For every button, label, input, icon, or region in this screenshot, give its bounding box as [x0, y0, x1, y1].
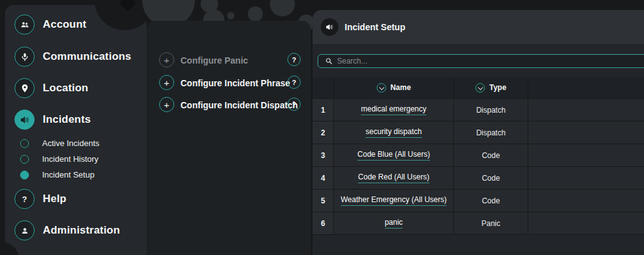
table-cell-name: Code Blue (All Users) — [334, 144, 454, 167]
sidebar-item-label: Location — [43, 82, 88, 94]
table-cell-type: Code — [454, 190, 528, 212]
decorative-circle — [248, 6, 263, 21]
search-icon — [325, 57, 333, 65]
sidebar-item-location[interactable]: Location — [5, 77, 147, 99]
table-cell-extra — [528, 167, 644, 190]
column-header-label: Type — [489, 83, 506, 92]
sidebar-item-label: Help — [43, 193, 67, 205]
sidebar-subitem-active-incidents[interactable]: Active Incidents — [5, 135, 147, 151]
row-number: 5 — [313, 190, 334, 212]
megaphone-icon — [14, 110, 35, 130]
add-incident-dispatch-button[interactable]: + — [159, 97, 174, 112]
person-icon — [14, 220, 35, 241]
row-number: 1 — [313, 99, 334, 122]
incident-name-link[interactable]: Weather Emergency (All Users) — [341, 195, 447, 206]
sidebar-item-label: Incidents — [43, 113, 91, 126]
table-cell-type: Panic — [454, 212, 528, 235]
table-cell-name: Code Red (All Users) — [334, 167, 454, 190]
incident-phrase-help-icon[interactable]: ? — [287, 76, 301, 89]
microphone-icon — [14, 47, 35, 67]
incident-dispatch-help-icon[interactable]: ? — [287, 98, 301, 111]
sidebar-item-administration[interactable]: Administration — [5, 220, 147, 241]
configure-panic-label: Configure Panic — [180, 55, 248, 65]
configure-panic-row: + Configure Panic ? — [147, 51, 311, 69]
configure-incident-dispatch-row: + Configure Incident Dispatch ? — [147, 96, 311, 113]
table-cell-extra — [528, 190, 644, 212]
sidebar-item-incidents[interactable]: Incidents — [5, 109, 147, 130]
incident-name-link[interactable]: panic — [385, 218, 403, 229]
row-number: 4 — [313, 167, 334, 190]
add-incident-phrase-button[interactable]: + — [159, 75, 174, 90]
table-cell-name: medical emergency — [334, 99, 454, 122]
sidebar-subitem-label: Active Incidents — [42, 139, 99, 148]
sidebar-subitem-incident-setup[interactable]: Incident Setup — [5, 167, 147, 183]
sidebar-item-help[interactable]: ? Help — [5, 188, 147, 210]
sidebar-subitem-label: Incident History — [42, 154, 99, 164]
table-cell-extra — [528, 212, 644, 235]
megaphone-icon — [321, 18, 338, 36]
radio-bullet-filled-icon — [20, 171, 29, 179]
map-pin-icon — [14, 78, 35, 98]
search-input[interactable] — [337, 57, 644, 65]
decorative-circle — [270, 0, 295, 16]
sidebar-item-label: Administration — [43, 224, 120, 237]
sidebar-nav: Account Communications Location Incident… — [5, 5, 147, 255]
panic-help-icon[interactable]: ? — [287, 53, 301, 66]
table-cell-type: Dispatch — [454, 99, 528, 122]
table-cell-type: Code — [454, 144, 528, 167]
radio-bullet-icon — [20, 139, 29, 148]
row-number: 6 — [313, 212, 334, 235]
add-panic-button[interactable]: + — [159, 52, 174, 67]
configure-incident-dispatch-label: Configure Incident Dispatch — [180, 100, 298, 110]
column-header-extra — [528, 77, 644, 99]
column-header-name: Name — [334, 77, 454, 99]
table-cell-extra — [528, 144, 644, 167]
sort-chevron-icon[interactable] — [475, 83, 485, 93]
sidebar-item-label: Account — [43, 18, 86, 31]
column-header-label: Name — [391, 83, 411, 92]
search-box — [318, 54, 644, 68]
question-icon: ? — [14, 189, 35, 209]
table-cell-type: Dispatch — [454, 122, 528, 144]
table-cell-name: Weather Emergency (All Users) — [334, 190, 454, 212]
sort-chevron-icon[interactable] — [377, 83, 386, 93]
incident-name-link[interactable]: Code Red (All Users) — [358, 173, 429, 183]
configure-actions-panel: + Configure Panic ? + Configure Incident… — [147, 21, 311, 255]
decorative-circle — [227, 12, 235, 20]
incident-name-link[interactable]: medical emergency — [361, 105, 426, 115]
table-cell-extra — [528, 122, 644, 144]
table-cell-name: panic — [334, 212, 454, 235]
incident-setup-panel: Incident Setup Name Type 1 medical emerg… — [313, 10, 644, 255]
column-header-number — [313, 77, 334, 99]
incident-name-link[interactable]: security dispatch — [365, 127, 421, 138]
incident-setup-header: Incident Setup — [313, 10, 644, 44]
table-cell-type: Code — [454, 167, 528, 190]
people-icon — [14, 14, 35, 35]
row-number: 3 — [313, 144, 334, 167]
radio-bullet-icon — [20, 155, 29, 164]
configure-incident-phrase-row: + Configure Incident Phrase ? — [147, 74, 311, 91]
incident-setup-table: Name Type 1 medical emergency Dispatch 2… — [313, 77, 644, 235]
incident-name-link[interactable]: Code Blue (All Users) — [357, 150, 430, 161]
column-header-type: Type — [454, 77, 528, 99]
sidebar-subitem-label: Incident Setup — [42, 170, 94, 179]
sidebar-item-communications[interactable]: Communications — [5, 46, 147, 67]
configure-incident-phrase-label: Configure Incident Phrase — [180, 78, 290, 88]
table-cell-extra — [528, 99, 644, 122]
sidebar-subitem-incident-history[interactable]: Incident History — [5, 151, 147, 167]
panel-title: Incident Setup — [345, 22, 405, 32]
row-number: 2 — [313, 122, 334, 144]
table-cell-name: security dispatch — [334, 122, 454, 144]
sidebar-item-label: Communications — [43, 50, 131, 63]
